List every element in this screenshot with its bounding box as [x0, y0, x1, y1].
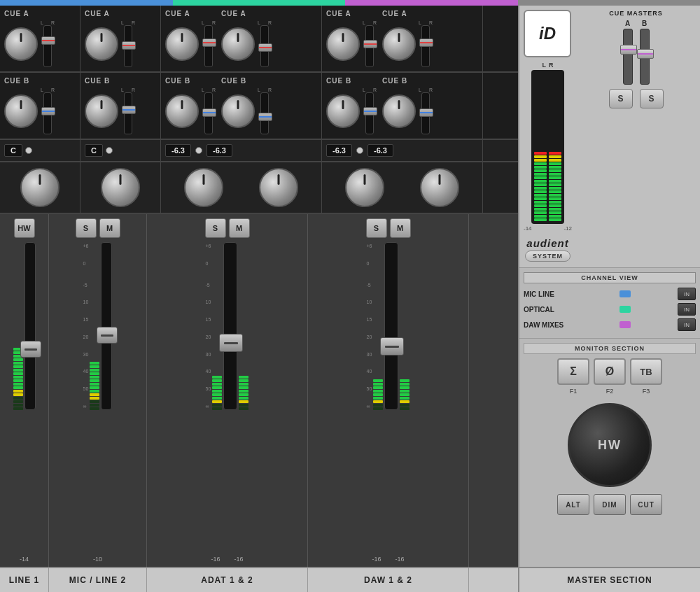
- line1-fader-handle[interactable]: [20, 341, 41, 358]
- micline2-cue-a-knob[interactable]: [85, 27, 118, 61]
- cv-daw-mixes-in-btn[interactable]: IN: [678, 318, 696, 331]
- adat12-vu-meter2: [239, 242, 248, 410]
- audient-logo: audient: [526, 237, 568, 249]
- sigma-button[interactable]: Σ: [557, 358, 589, 385]
- daw-cue-b-knob1[interactable]: [326, 94, 360, 128]
- line1-pan-value[interactable]: C: [4, 144, 22, 157]
- phi-button[interactable]: Ø: [594, 358, 626, 385]
- cue-master-b-fader-handle[interactable]: [637, 49, 654, 59]
- fader-section: HW: [0, 214, 518, 567]
- micline2-pan-value[interactable]: C: [85, 144, 103, 157]
- daw-cue-b-label1: CUE B: [326, 77, 377, 85]
- adat-cue-b-knob2[interactable]: [221, 94, 255, 128]
- adat-pan-value1[interactable]: -6.3: [165, 144, 191, 157]
- adat12-pan: -6.3 -6.3: [161, 140, 322, 161]
- micline2-fader-track[interactable]: [101, 242, 112, 410]
- adat-cue-b-fader1[interactable]: [204, 92, 213, 134]
- line1-cue-b-knob[interactable]: [4, 94, 38, 128]
- adat12-fader-strip: S M +60-5101520304050∞: [147, 214, 308, 567]
- cue-master-b-fader-track[interactable]: [640, 29, 650, 85]
- adat-main-knob2[interactable]: [259, 168, 298, 207]
- daw12-bottom-label: DAW 1 & 2: [308, 568, 469, 592]
- daw12-m-button[interactable]: M: [390, 218, 411, 238]
- line1-fader-meter: [13, 242, 36, 553]
- micline2-sm-buttons: S M: [76, 218, 120, 238]
- adat12-fader-track[interactable]: [223, 242, 237, 410]
- daw12-fader-track[interactable]: [384, 242, 398, 410]
- cue-master-s-button-a[interactable]: S: [609, 89, 633, 108]
- line1-cue-a-fader-track[interactable]: [43, 25, 52, 67]
- line1-cue-a-knob[interactable]: [4, 27, 38, 61]
- bottom-labels-row: LINE 1 MIC / LINE 2 ADAT 1 & 2 DAW 1 & 2: [0, 567, 518, 592]
- micline2-s-button[interactable]: S: [76, 218, 97, 238]
- micline2-cue-b-fader-track[interactable]: [124, 92, 132, 134]
- daw-main-knob2[interactable]: [420, 168, 459, 207]
- adat-main-knob1[interactable]: [184, 168, 223, 207]
- micline2-m-button[interactable]: M: [99, 218, 120, 238]
- daw-cue-a-knob1[interactable]: [326, 27, 360, 61]
- daw-main-knob1[interactable]: [345, 168, 384, 207]
- line1-main-knob-area: [0, 162, 80, 213]
- line1-cue-b-fader-track[interactable]: [43, 92, 52, 134]
- adat-cue-a-knob2[interactable]: [221, 27, 255, 61]
- cut-button[interactable]: CUT: [630, 494, 662, 515]
- micline2-main-knob[interactable]: [101, 168, 140, 207]
- daw-cue-b-fader2[interactable]: [421, 92, 430, 134]
- line1-m-button[interactable]: HW: [14, 218, 35, 238]
- cv-daw-mixes-color: [620, 321, 631, 328]
- cv-mic-line-row: MIC LINE IN: [524, 288, 696, 300]
- adat12-fader-handle[interactable]: [219, 334, 243, 352]
- dim-button[interactable]: DIM: [594, 494, 626, 515]
- monitor-section-title: MONITOR SECTION: [524, 343, 696, 354]
- micline2-fader-handle[interactable]: [97, 327, 118, 344]
- line1-vu-meter: [13, 242, 23, 410]
- line1-main-knob[interactable]: [20, 168, 59, 207]
- micline2-cue-a-fader-track[interactable]: [124, 25, 132, 67]
- hw-knob[interactable]: HW: [568, 403, 652, 487]
- cue-master-a-fader-track[interactable]: [623, 29, 633, 85]
- adat12-m-button[interactable]: M: [229, 218, 250, 238]
- daw12-fader-handle[interactable]: [380, 337, 404, 355]
- daw-cue-a-fader1[interactable]: [365, 25, 374, 67]
- cue-masters-title: CUE MASTERS: [576, 10, 696, 17]
- line1-fader-value: -14: [20, 556, 29, 563]
- tb-button[interactable]: TB: [630, 358, 662, 385]
- line1-fader-track[interactable]: [24, 242, 36, 410]
- daw-cue-a-ch2: CUE A LR: [382, 10, 433, 67]
- line1-cue-a-fader: LR: [41, 20, 55, 67]
- daw12-main-knobs: [322, 162, 483, 213]
- cv-optical-color: [620, 306, 631, 313]
- alt-button[interactable]: ALT: [557, 494, 589, 515]
- cue-master-s-button-b[interactable]: S: [640, 89, 664, 108]
- daw-pan-value1[interactable]: -6.3: [326, 144, 352, 157]
- daw-pan-value2[interactable]: -6.3: [368, 144, 393, 157]
- adat12-main-knobs: [161, 162, 322, 213]
- adat-cue-b-knob1[interactable]: [165, 94, 199, 128]
- line1-pan-dot: [25, 147, 32, 154]
- cv-mic-line-in-btn[interactable]: IN: [678, 288, 696, 300]
- system-button[interactable]: SYSTEM: [525, 251, 570, 262]
- master-vu-meters: [531, 70, 564, 224]
- adat-cue-a-fader1[interactable]: [204, 25, 213, 67]
- adat-cue-a-knob1[interactable]: [165, 27, 199, 61]
- daw-cue-b-fader1[interactable]: [365, 92, 374, 134]
- daw-cue-a-fader2[interactable]: [421, 25, 430, 67]
- top-bar-grey: [518, 0, 700, 6]
- daw-cue-a-knob2[interactable]: [382, 27, 416, 61]
- adat12-bottom-label: ADAT 1 & 2: [147, 568, 308, 592]
- adat-pan-value2[interactable]: -6.3: [206, 144, 232, 157]
- cv-optical-in-btn[interactable]: IN: [678, 303, 696, 316]
- daw-cue-b-knob2[interactable]: [382, 94, 416, 128]
- micline2-pan-dot: [106, 147, 113, 154]
- adat12-s-button[interactable]: S: [205, 218, 226, 238]
- cue-master-a-fader-handle[interactable]: [620, 45, 637, 55]
- micline2-ch1-fader: S M +60-5101520304050∞: [52, 218, 144, 563]
- adat-cue-b-fader2[interactable]: [260, 92, 269, 134]
- cue-b-row: CUE B LR C: [0, 73, 518, 140]
- line1-m-button-row: HW: [14, 218, 35, 238]
- adat-cue-a-fader2[interactable]: [260, 25, 269, 67]
- master-panel: iD L R: [518, 6, 700, 592]
- micline2-cue-b-knob[interactable]: [85, 94, 118, 128]
- adat12-sm-buttons: S M: [205, 218, 250, 238]
- daw12-s-button[interactable]: S: [366, 218, 387, 238]
